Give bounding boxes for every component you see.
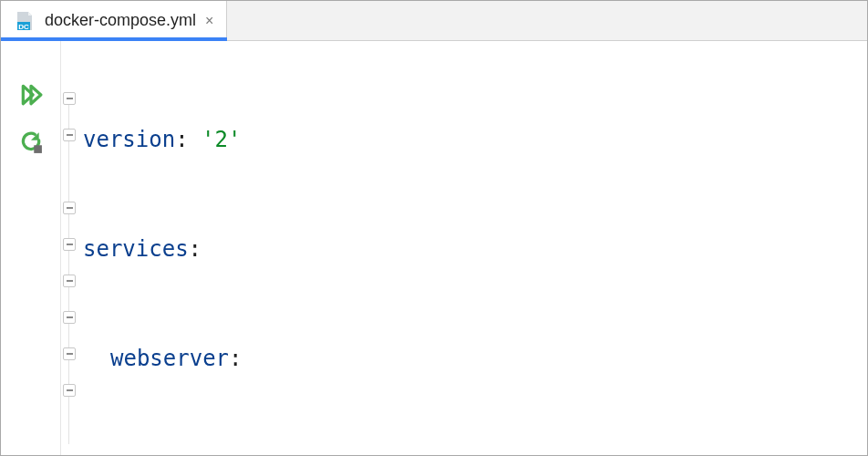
editor: version: '2' services: webserver: image:… bbox=[1, 41, 867, 455]
close-icon[interactable]: × bbox=[205, 13, 213, 29]
docker-compose-file-icon: DC bbox=[14, 10, 36, 32]
run-icon[interactable] bbox=[19, 81, 43, 118]
svg-rect-2 bbox=[34, 145, 42, 153]
tab-docker-compose[interactable]: DC docker-compose.yml × bbox=[1, 1, 227, 40]
yaml-key: version bbox=[83, 121, 175, 158]
yaml-string: '2' bbox=[202, 121, 241, 158]
yaml-key: webserver bbox=[110, 340, 229, 377]
yaml-key: image bbox=[138, 450, 203, 455]
fold-toggle[interactable] bbox=[63, 275, 76, 287]
gutter bbox=[1, 41, 61, 455]
fold-toggle[interactable] bbox=[63, 92, 76, 105]
rerun-icon[interactable] bbox=[19, 129, 43, 165]
fold-toggle[interactable] bbox=[63, 238, 76, 251]
tab-bar: DC docker-compose.yml × bbox=[1, 1, 867, 41]
code-area[interactable]: version: '2' services: webserver: image:… bbox=[79, 41, 784, 455]
image-tag: :7.4-xdebug2.9 bbox=[480, 450, 665, 455]
fold-column bbox=[61, 41, 79, 455]
fold-toggle[interactable] bbox=[63, 311, 76, 324]
fold-toggle[interactable] bbox=[63, 347, 76, 360]
svg-text:DC: DC bbox=[18, 22, 29, 30]
yaml-key: services bbox=[83, 231, 189, 267]
fold-toggle[interactable] bbox=[63, 129, 76, 141]
tab-filename: docker-compose.yml bbox=[45, 11, 196, 30]
fold-toggle[interactable] bbox=[63, 384, 76, 397]
image-name[interactable]: phpstorm/php-apache bbox=[230, 450, 480, 455]
fold-toggle[interactable] bbox=[63, 202, 76, 214]
